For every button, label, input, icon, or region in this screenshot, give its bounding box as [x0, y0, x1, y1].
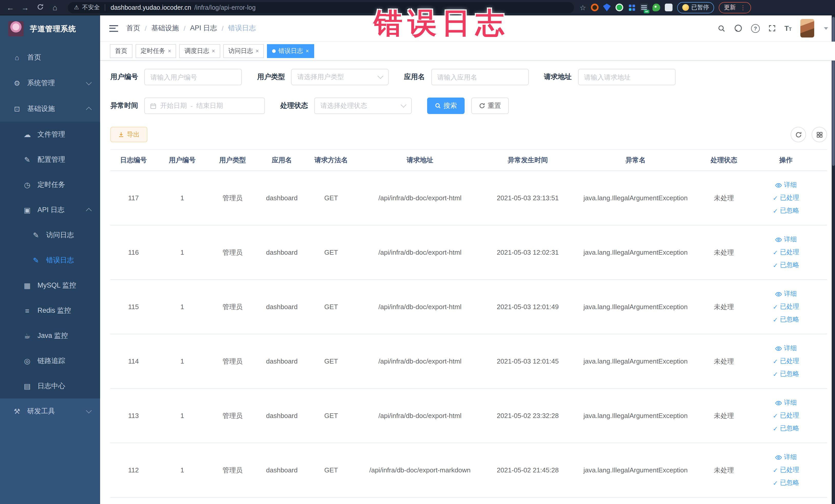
sidebar-item-label: Java 监控: [38, 331, 68, 340]
sidebar-item-系统管理[interactable]: ⚙ 系统管理: [0, 70, 100, 96]
detail-link[interactable]: 详细: [775, 289, 797, 298]
mark-processed-link[interactable]: ✓ 已处理: [773, 357, 799, 366]
filter-row-2: 异常时间 开始日期 - 结束日期 处理状态 请选: [110, 98, 827, 114]
cell-exception-time: 2021-05-03 12:01:49: [484, 280, 571, 334]
fullscreen-icon[interactable]: [769, 25, 776, 32]
tab-错误日志[interactable]: 错误日志 ×: [267, 44, 314, 58]
detail-link[interactable]: 详细: [775, 344, 797, 353]
mark-processed-link[interactable]: ✓ 已处理: [773, 302, 799, 311]
sidebar-item-配置管理[interactable]: ✎ 配置管理: [0, 147, 100, 172]
mark-ignored-link[interactable]: ✓ 已忽略: [773, 479, 799, 487]
sidebar-item-基础设施[interactable]: ⊡ 基础设施: [0, 96, 100, 122]
close-icon[interactable]: ×: [256, 48, 259, 54]
date-range-picker[interactable]: 开始日期 - 结束日期: [144, 98, 265, 114]
extension-icon[interactable]: [615, 4, 623, 11]
home-icon[interactable]: ⌂: [50, 4, 60, 11]
mark-ignored-link[interactable]: ✓ 已忽略: [773, 370, 799, 379]
tab-访问日志[interactable]: 访问日志 ×: [223, 44, 264, 58]
refresh-button[interactable]: [791, 127, 806, 142]
extension-icon[interactable]: [665, 4, 672, 11]
mark-ignored-link[interactable]: ✓ 已忽略: [773, 315, 799, 324]
detail-link[interactable]: 详细: [775, 235, 797, 244]
tools-icon: ⚒: [12, 407, 22, 416]
tab-定时任务[interactable]: 定时任务 ×: [136, 44, 176, 58]
mark-ignored-link[interactable]: ✓ 已忽略: [773, 206, 799, 215]
process-status-select[interactable]: 请选择处理状态: [314, 98, 412, 114]
sidebar-item-Redis 监控[interactable]: ≡ Redis 监控: [0, 298, 100, 323]
user-id-input[interactable]: [144, 69, 242, 85]
reload-icon[interactable]: [35, 4, 45, 11]
help-icon[interactable]: ?: [751, 24, 760, 33]
sidebar-item-日志中心[interactable]: ▤ 日志中心: [0, 373, 100, 399]
sidebar-item-API 日志[interactable]: ▣ API 日志: [0, 197, 100, 222]
collapse-sidebar-icon[interactable]: [109, 25, 118, 32]
close-icon[interactable]: ×: [306, 48, 309, 54]
breadcrumb-item[interactable]: 基础设施: [151, 24, 179, 33]
cell-user-id: 1: [157, 280, 208, 334]
cell-method: GET: [306, 225, 356, 279]
forward-icon[interactable]: →: [20, 4, 30, 11]
mark-processed-link[interactable]: ✓ 已处理: [773, 466, 799, 475]
extension-icon[interactable]: [628, 4, 635, 11]
cell-user-type: 管理员: [208, 334, 257, 388]
cell-exception-time: 2021-05-02 23:32:28: [484, 389, 571, 443]
sidebar-item-研发工具[interactable]: ⚒ 研发工具: [0, 399, 100, 424]
tab-首页[interactable]: 首页: [110, 44, 133, 58]
detail-link[interactable]: 详细: [775, 181, 797, 189]
mark-processed-link[interactable]: ✓ 已处理: [773, 248, 799, 257]
extension-icon[interactable]: [603, 4, 611, 11]
extension-icon[interactable]: [652, 4, 660, 11]
extension-icon[interactable]: [591, 4, 598, 11]
breadcrumb-item: 错误日志: [228, 24, 256, 33]
sidebar-item-首页[interactable]: ⌂ 首页: [0, 45, 100, 70]
reset-button[interactable]: 重置: [471, 98, 509, 114]
page-scrollbar[interactable]: [832, 15, 835, 504]
tab-label: 访问日志: [228, 46, 253, 55]
table-row: 116 1 管理员 dashboard GET /api/infra/db-do…: [110, 225, 827, 280]
extension-icon[interactable]: on: [640, 4, 648, 11]
sidebar-item-label: 系统管理: [27, 79, 55, 88]
sidebar-item-访问日志[interactable]: ✎ 访问日志: [0, 222, 100, 247]
mark-processed-link[interactable]: ✓ 已处理: [773, 411, 799, 420]
logo-row[interactable]: 芋道管理系统: [0, 15, 100, 42]
mark-ignored-link[interactable]: ✓ 已忽略: [773, 424, 799, 433]
user-type-select[interactable]: 请选择用户类型: [291, 69, 389, 85]
detail-link[interactable]: 详细: [775, 453, 797, 462]
cell-exception-time: 2021-05-03 12:01:45: [484, 334, 571, 388]
chevron-down-icon: [401, 102, 407, 108]
kebab-menu-icon[interactable]: ⋮: [740, 4, 746, 11]
close-icon[interactable]: ×: [168, 48, 171, 54]
mark-processed-link[interactable]: ✓ 已处理: [773, 194, 799, 202]
github-icon[interactable]: [734, 24, 742, 32]
logo-avatar: [8, 21, 24, 37]
cell-method: GET: [306, 443, 356, 497]
column-settings-button[interactable]: [812, 127, 827, 142]
search-button[interactable]: 搜索: [427, 98, 465, 114]
app-name-input[interactable]: [431, 69, 529, 85]
breadcrumb-item[interactable]: API 日志: [190, 24, 217, 33]
tab-调度日志[interactable]: 调度日志 ×: [179, 44, 220, 58]
mark-ignored-link[interactable]: ✓ 已忽略: [773, 261, 799, 269]
search-icon[interactable]: [718, 24, 726, 32]
browser-update-button[interactable]: 更新 ⋮: [719, 2, 751, 13]
back-icon[interactable]: ←: [5, 4, 15, 11]
font-size-icon[interactable]: TT: [785, 24, 792, 32]
user-avatar[interactable]: [800, 19, 814, 38]
chevron-down-icon[interactable]: [824, 27, 828, 29]
detail-link[interactable]: 详细: [775, 399, 797, 407]
sidebar-item-错误日志[interactable]: ✎ 错误日志: [0, 247, 100, 273]
request-url-input[interactable]: [578, 69, 675, 85]
table-tools: [791, 127, 827, 142]
sidebar-item-Java 监控[interactable]: ☕ Java 监控: [0, 323, 100, 348]
cell-request-url: /api/infra/db-doc/export-html: [356, 225, 484, 279]
sidebar-item-定时任务[interactable]: ◷ 定时任务: [0, 172, 100, 197]
paused-extension-badge[interactable]: 已暂停: [677, 2, 714, 13]
sidebar-item-文件管理[interactable]: ☁ 文件管理: [0, 122, 100, 147]
security-label[interactable]: 不安全: [82, 4, 100, 11]
sidebar-item-链路追踪[interactable]: ◎ 链路追踪: [0, 348, 100, 373]
breadcrumb-item[interactable]: 首页: [126, 24, 140, 33]
sidebar-item-MySQL 监控[interactable]: ▦ MySQL 监控: [0, 273, 100, 298]
close-icon[interactable]: ×: [212, 48, 215, 54]
export-button[interactable]: 导出: [110, 127, 147, 142]
bookmark-star-icon[interactable]: ☆: [579, 3, 586, 12]
